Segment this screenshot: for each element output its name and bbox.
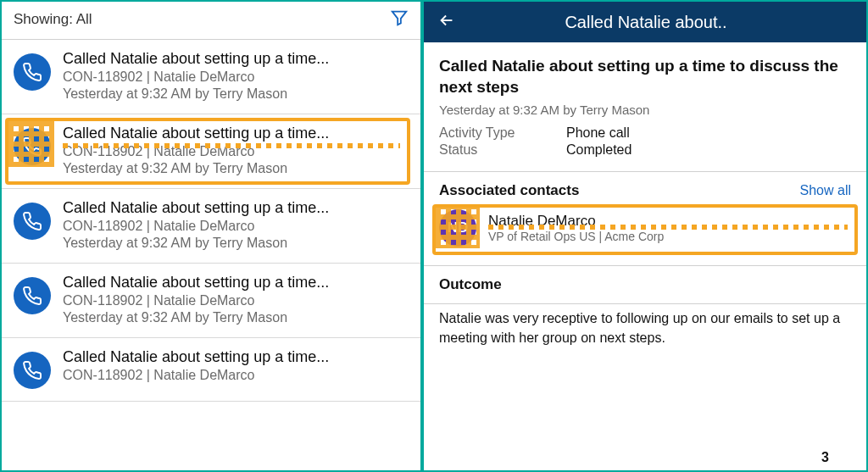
- list-item[interactable]: Called Natalie about setting up a time..…: [2, 189, 420, 264]
- activity-list[interactable]: Called Natalie about setting up a time..…: [2, 40, 420, 470]
- contact-name: Natalie DeMarco: [488, 213, 664, 230]
- page-number: 3: [821, 450, 829, 465]
- avatar: ND: [439, 209, 476, 247]
- status-row: Status Completed: [439, 142, 851, 158]
- status-label: Status: [439, 142, 566, 158]
- detail-header-title: Called Natalie about..: [463, 13, 853, 32]
- list-item-title: Called Natalie about setting up a time..…: [63, 274, 409, 292]
- list-item-subtitle: CON-118902 | Natalie DeMarco: [63, 144, 409, 159]
- outcome-heading: Outcome: [439, 276, 502, 293]
- status-value: Completed: [566, 142, 632, 158]
- list-item-title: Called Natalie about setting up a time..…: [63, 125, 409, 142]
- list-item-body: Called Natalie about setting up a time..…: [63, 348, 409, 383]
- list-item[interactable]: Called Natalie about setting up a time..…: [2, 264, 420, 338]
- contact-row[interactable]: ND Natalie DeMarco VP of Retail Ops US |…: [424, 206, 866, 252]
- activity-type-row: Activity Type Phone call: [439, 125, 851, 141]
- list-item-body: Called Natalie about setting up a time..…: [63, 199, 409, 251]
- contact-text: Natalie DeMarco VP of Retail Ops US | Ac…: [488, 213, 664, 243]
- detail-header: Called Natalie about..: [424, 2, 866, 42]
- list-item[interactable]: Called Natalie about setting up a time..…: [2, 338, 420, 402]
- list-item-body: Called Natalie about setting up a time..…: [63, 274, 409, 325]
- phone-icon: [14, 352, 51, 389]
- list-item-subtitle: CON-118902 | Natalie DeMarco: [63, 293, 409, 308]
- contacts-heading: Associated contacts: [439, 182, 579, 199]
- activity-detail-pane: Called Natalie about.. Called Natalie ab…: [424, 2, 866, 470]
- list-item-body: Called Natalie about setting up a time..…: [63, 125, 409, 176]
- list-item[interactable]: Called Natalie about setting up a time..…: [2, 114, 420, 189]
- outcome-text: Natalie was very receptive to following …: [424, 304, 866, 358]
- list-item-title: Called Natalie about setting up a time..…: [63, 50, 409, 68]
- list-item-meta: Yesterday at 9:32 AM by Terry Mason: [63, 236, 409, 251]
- detail-timestamp: Yesterday at 9:32 AM by Terry Mason: [439, 103, 851, 117]
- phone-icon: [14, 277, 51, 314]
- list-item-title: Called Natalie about setting up a time..…: [63, 348, 409, 366]
- back-icon[interactable]: [437, 11, 456, 33]
- list-item-meta: Yesterday at 9:32 AM by Terry Mason: [63, 86, 409, 102]
- outcome-section-header: Outcome: [424, 266, 866, 300]
- app-frame: Showing: All Called Natalie about settin…: [0, 0, 868, 472]
- showing-filter-label: Showing: All: [14, 11, 92, 28]
- phone-icon: [14, 128, 51, 165]
- list-item-subtitle: CON-118902 | Natalie DeMarco: [63, 69, 409, 85]
- list-item[interactable]: Called Natalie about setting up a time..…: [2, 40, 420, 114]
- show-all-link[interactable]: Show all: [800, 183, 851, 198]
- detail-field-grid: Activity Type Phone call Status Complete…: [439, 125, 851, 158]
- activity-type-label: Activity Type: [439, 125, 566, 141]
- list-header: Showing: All: [2, 2, 420, 40]
- contacts-section-header: Associated contacts Show all: [424, 172, 866, 206]
- detail-title: Called Natalie about setting up a time t…: [439, 56, 851, 97]
- detail-body: Called Natalie about setting up a time t…: [424, 42, 866, 158]
- activity-list-pane: Showing: All Called Natalie about settin…: [2, 2, 424, 470]
- filter-icon[interactable]: [390, 8, 409, 31]
- list-item-meta: Yesterday at 9:32 AM by Terry Mason: [63, 310, 409, 325]
- contact-subtitle: VP of Retail Ops US | Acme Corp: [488, 230, 664, 243]
- activity-type-value: Phone call: [566, 125, 630, 141]
- list-item-subtitle: CON-118902 | Natalie DeMarco: [63, 368, 409, 383]
- list-item-body: Called Natalie about setting up a time..…: [63, 50, 409, 102]
- phone-icon: [14, 203, 51, 240]
- list-item-meta: Yesterday at 9:32 AM by Terry Mason: [63, 161, 409, 176]
- list-item-title: Called Natalie about setting up a time..…: [63, 199, 409, 217]
- list-item-subtitle: CON-118902 | Natalie DeMarco: [63, 219, 409, 234]
- phone-icon: [14, 53, 51, 91]
